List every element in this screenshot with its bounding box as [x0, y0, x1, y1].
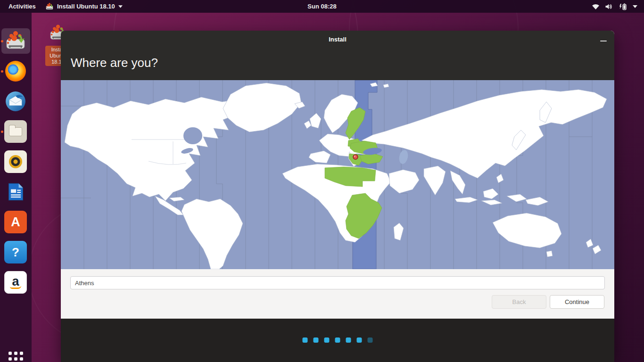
top-bar: Activities Install Ubuntu 18.10 Sun 08:2… [0, 0, 644, 13]
app-menu[interactable]: Install Ubuntu 18.10 [42, 0, 125, 13]
menu-chevron-icon [118, 5, 123, 8]
dock-item-help[interactable]: ? [4, 241, 27, 263]
progress-dot [324, 337, 330, 343]
back-button[interactable]: Back [492, 295, 546, 309]
selected-city-marker[interactable] [353, 155, 358, 159]
files-icon [4, 120, 27, 143]
dock-item-libreoffice-writer[interactable] [4, 181, 27, 203]
help-icon: ? [4, 241, 27, 263]
minimize-button[interactable] [600, 41, 607, 41]
running-indicator [1, 40, 3, 42]
dock-item-ubuntu-software[interactable]: A [4, 211, 27, 233]
battery-charging-icon [618, 3, 627, 10]
wifi-icon [592, 3, 600, 10]
progress-dot [303, 337, 308, 343]
running-indicator [1, 131, 3, 133]
running-indicator [1, 70, 3, 73]
window-title: Install [61, 36, 614, 43]
progress-dot [314, 337, 319, 343]
location-panel: Back Continue [61, 269, 614, 319]
thunderbird-icon [5, 91, 26, 112]
system-status-area[interactable] [589, 0, 640, 13]
activities-button[interactable]: Activities [5, 0, 40, 13]
dock: A ? a [0, 13, 32, 362]
window-footer [61, 319, 614, 362]
dock-item-ubiquity-installer[interactable] [4, 30, 27, 52]
dock-item-rhythmbox[interactable] [4, 150, 27, 173]
progress-dot [335, 337, 340, 343]
continue-button[interactable]: Continue [550, 295, 604, 309]
clock[interactable]: Sun 08:28 [307, 0, 336, 13]
dock-item-thunderbird[interactable] [4, 90, 27, 113]
firefox-icon [5, 61, 26, 82]
location-input[interactable] [70, 276, 605, 289]
libreoffice-writer-icon [5, 181, 26, 202]
rhythmbox-icon [4, 150, 27, 173]
dock-item-amazon[interactable]: a [4, 271, 27, 294]
installer-window: Install Where are you? [61, 31, 614, 362]
amazon-icon: a [4, 271, 27, 294]
progress-dot [346, 337, 351, 343]
show-applications-button[interactable] [8, 352, 23, 362]
progress-dot [357, 337, 362, 343]
dock-item-files[interactable] [4, 120, 27, 143]
install-ubuntu-icon [4, 30, 27, 52]
window-header: Install Where are you? [61, 31, 614, 80]
desktop-screen: Install Ubuntu 18.10 Install Where are y… [0, 0, 644, 362]
timezone-map[interactable] [61, 80, 614, 269]
volume-icon [605, 3, 613, 10]
hudson-bay [183, 127, 202, 144]
page-title: Where are you? [71, 56, 158, 70]
progress-dot-remaining [368, 337, 373, 343]
dock-item-firefox[interactable] [4, 60, 27, 82]
menu-chevron-icon [633, 5, 637, 8]
ubuntu-software-icon: A [4, 211, 27, 233]
progress-steps [303, 337, 373, 343]
install-ubuntu-icon [45, 2, 54, 11]
app-menu-label: Install Ubuntu 18.10 [57, 3, 115, 10]
